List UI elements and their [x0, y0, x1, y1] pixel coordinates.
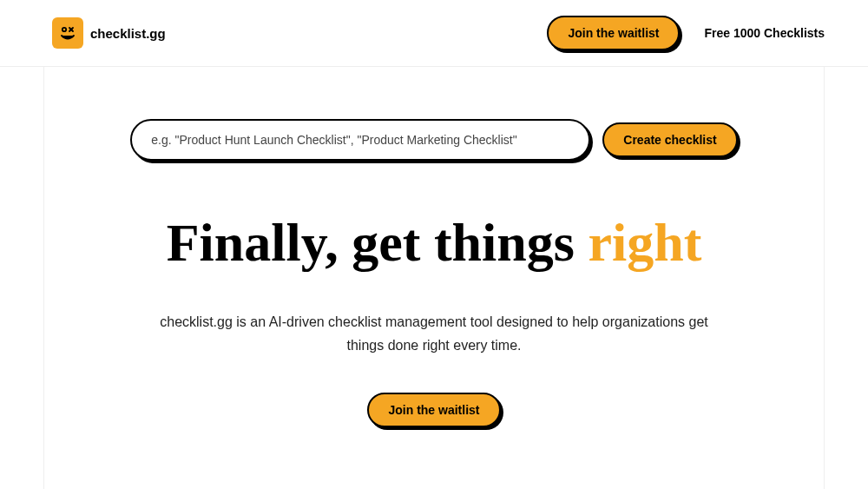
- header-actions: Join the waitlist Free 1000 Checklists: [547, 16, 825, 50]
- hero-title-prefix: Finally, get things: [167, 213, 589, 272]
- join-waitlist-button[interactable]: Join the waitlist: [547, 16, 680, 50]
- logo[interactable]: checklist.gg: [52, 17, 166, 49]
- hero-join-waitlist-button[interactable]: Join the waitlist: [367, 393, 500, 427]
- hero-title-accent: right: [588, 213, 701, 272]
- svg-point-0: [62, 28, 66, 31]
- free-checklists-link[interactable]: Free 1000 Checklists: [704, 26, 825, 40]
- hero-cta-wrap: Join the waitlist: [96, 393, 772, 427]
- site-header: checklist.gg Join the waitlist Free 1000…: [0, 0, 868, 67]
- hero-section: Create checklist Finally, get things rig…: [43, 67, 825, 489]
- logo-icon: [52, 17, 83, 49]
- create-checklist-button[interactable]: Create checklist: [602, 122, 737, 157]
- checklist-search-input[interactable]: [130, 119, 590, 161]
- search-row: Create checklist: [96, 119, 772, 161]
- hero-title: Finally, get things right: [96, 213, 772, 272]
- hero-subtitle: checklist.gg is an AI-driven checklist m…: [156, 310, 712, 357]
- logo-text: checklist.gg: [90, 26, 166, 41]
